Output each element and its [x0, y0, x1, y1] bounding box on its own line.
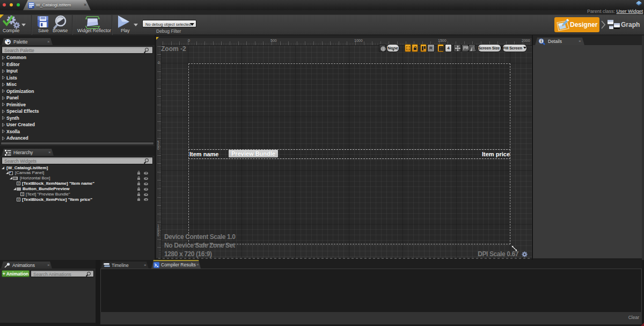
svg-text:i: i: [540, 39, 541, 44]
